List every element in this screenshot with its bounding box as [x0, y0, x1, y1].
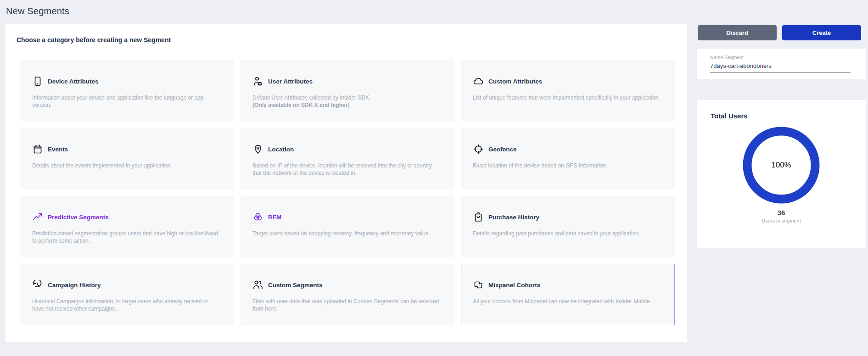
card-title: Events — [48, 146, 68, 153]
action-button-row: Discard Create — [698, 25, 861, 40]
card-description: Details regarding past purchases and dat… — [473, 230, 661, 237]
total-users-donut-chart: 100% — [742, 126, 820, 204]
segment-category-panel: Choose a category before creating a new … — [6, 24, 687, 342]
card-description: List of unique features that were implem… — [473, 94, 661, 101]
create-button[interactable]: Create — [782, 25, 861, 40]
rfm-venn-icon — [252, 211, 263, 222]
card-location[interactable]: Location Based on IP of the device, loca… — [241, 128, 454, 189]
map-pin-icon — [252, 144, 263, 155]
card-custom-attributes[interactable]: Custom Attributes List of unique feature… — [461, 60, 675, 122]
card-purchase-history[interactable]: Purchase History Details regarding past … — [461, 196, 675, 257]
donut-percent-label: 100% — [742, 126, 820, 204]
shopping-bag-icon — [473, 211, 484, 222]
card-description: Information about your device and applic… — [32, 94, 220, 109]
card-geofence[interactable]: Geofence Exact location of the device ba… — [461, 128, 675, 189]
card-custom-segments[interactable]: Custom Segments Files with user data tha… — [241, 264, 454, 325]
card-title: Device Attributes — [48, 78, 99, 85]
mixpanel-icon — [473, 279, 484, 290]
card-description-note: (Only available on SDK X and higher) — [252, 101, 441, 109]
geofence-icon — [473, 144, 484, 155]
card-title: Purchase History — [488, 214, 539, 221]
card-description: Details about the events implemented in … — [32, 162, 220, 169]
device-icon — [32, 76, 43, 87]
user-icon — [252, 76, 263, 87]
page-title: New Segments — [6, 6, 69, 17]
total-users-card: Total Users 100% 36 Users in segment — [697, 100, 866, 248]
name-segment-card: Name Segment — [697, 49, 866, 79]
card-mixpanel-cohorts[interactable]: Mixpanel Cohorts All your cohorts from M… — [461, 264, 675, 325]
card-title: User Attributes — [268, 78, 313, 85]
discard-button[interactable]: Discard — [698, 25, 777, 40]
users-count-caption: Users in segment — [697, 218, 866, 223]
card-title: Campaign History — [48, 282, 101, 289]
cloud-icon — [473, 76, 484, 87]
card-title: RFM — [268, 214, 281, 221]
card-description: Target users based on shopping recency, … — [252, 230, 441, 237]
category-grid: Device Attributes Information about your… — [20, 60, 675, 325]
card-title: Location — [268, 146, 294, 153]
card-events[interactable]: Events Details about the events implemen… — [20, 128, 234, 189]
card-description: All your cohorts from Mixpanel can now b… — [473, 298, 661, 305]
card-description: Based on IP of the device, location will… — [252, 162, 441, 177]
name-segment-label: Name Segment — [710, 55, 866, 60]
card-title: Predictive Segments — [48, 214, 109, 221]
card-description: Prediction based segmentation groups use… — [32, 230, 220, 245]
history-icon — [32, 279, 43, 290]
card-description: Default User Attributes collected by Ins… — [252, 94, 441, 101]
trend-up-icon — [32, 211, 43, 222]
card-title: Mixpanel Cohorts — [488, 282, 540, 289]
card-campaign-history[interactable]: Campaign History Historical Campaigns in… — [20, 264, 234, 325]
calendar-icon — [32, 144, 43, 155]
card-description: Exact location of the device based on GP… — [473, 162, 661, 169]
card-description: Historical Campaigns information, to tar… — [32, 298, 220, 312]
card-title: Custom Segments — [268, 282, 323, 289]
panel-heading: Choose a category before creating a new … — [17, 36, 675, 44]
card-device-attributes[interactable]: Device Attributes Information about your… — [20, 60, 234, 122]
users-count: 36 — [697, 209, 866, 217]
card-user-attributes[interactable]: User Attributes Default User Attributes … — [241, 60, 454, 122]
card-description: Files with user data that was uploaded i… — [252, 298, 441, 312]
card-predictive-segments[interactable]: Predictive Segments Prediction based seg… — [20, 196, 234, 257]
users-icon — [252, 279, 263, 290]
total-users-heading: Total Users — [711, 112, 866, 120]
card-rfm[interactable]: RFM Target users based on shopping recen… — [241, 196, 454, 257]
card-title: Geofence — [488, 146, 517, 153]
card-title: Custom Attributes — [488, 78, 542, 85]
name-segment-input[interactable] — [710, 62, 851, 72]
